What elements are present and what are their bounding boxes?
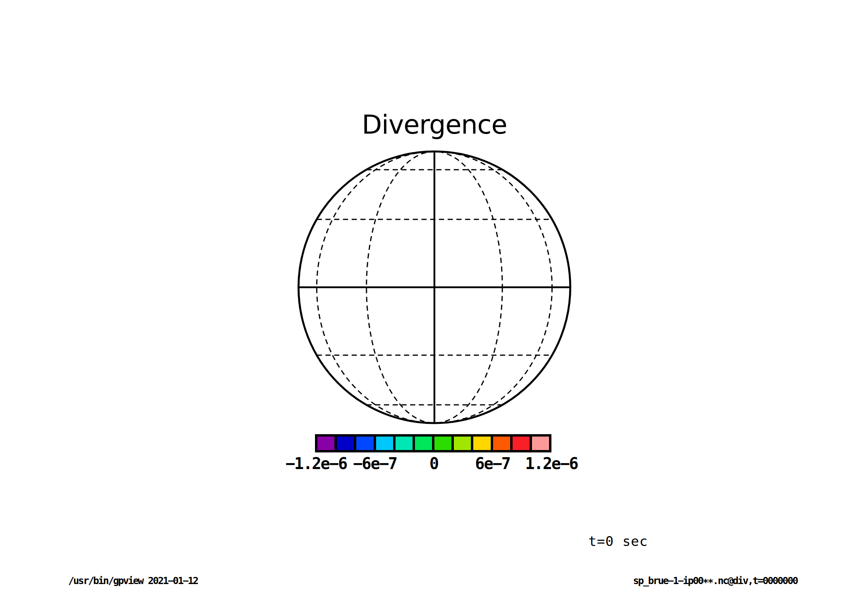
footer-filename-text: sp_brue−1−ip00∗∗.nc@div,t=0000000 — [633, 575, 797, 586]
colorbar-cell — [337, 437, 354, 450]
colorbar-cell — [473, 437, 490, 450]
colorbar-cell — [317, 437, 334, 450]
colorbar-tick-labels: −1.2e−6−6e−706e−71.2e−6 — [316, 454, 551, 472]
colorbar-cell — [532, 437, 549, 450]
colorbar-cell — [376, 437, 393, 450]
colorbar-cell — [513, 437, 530, 450]
colorbar-cell — [356, 437, 373, 450]
colorbar-tick-label: 1.2e−6 — [525, 454, 578, 473]
footer-command-text: /usr/bin/gpview 2021−01−12 — [68, 575, 198, 586]
colorbar-tick-label: −6e−7 — [353, 454, 397, 473]
time-label: t=0 sec — [588, 533, 648, 549]
colorbar-cell — [493, 437, 510, 450]
colorbar — [315, 434, 551, 452]
colorbar-tick-label: 0 — [429, 454, 438, 473]
orthographic-globe — [0, 0, 868, 613]
colorbar-cell — [434, 437, 451, 450]
colorbar-tick-label: −1.2e−6 — [286, 454, 347, 473]
colorbar-cell — [396, 437, 413, 450]
colorbar-tick-label: 6e−7 — [475, 454, 510, 473]
colorbar-cell — [415, 437, 432, 450]
plot-canvas: Divergence −1.2e−6−6e−706e−71.2e−6 t=0 s… — [0, 0, 868, 613]
colorbar-cell — [454, 437, 471, 450]
